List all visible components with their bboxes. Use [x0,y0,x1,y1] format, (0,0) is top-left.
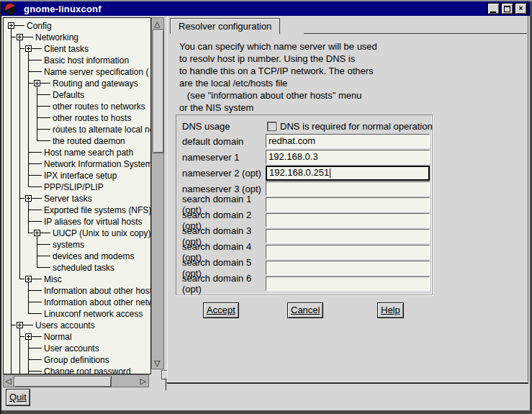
form-label: nameserver 2 (opt) [182,168,266,179]
tree-item[interactable]: Group definitions [7,354,150,366]
tree-item-label: Routing and gateways [53,78,138,89]
tree-item[interactable]: Server tasks [7,193,150,204]
help-button[interactable]: Help [377,302,404,318]
tree-item[interactable]: Basic host information [7,55,150,66]
tree-item[interactable]: Normal [7,331,150,343]
scroll-right-icon[interactable]: ▷ [140,376,146,386]
tree-item-label: Misc [44,274,62,285]
tree-item-label: Group definitions [44,354,109,366]
tree-item[interactable]: Network Information System [7,158,150,170]
tree-item[interactable]: PPP/SLIP/PLIP [7,181,150,193]
tree-expander-icon[interactable] [25,45,32,52]
accept-button[interactable]: Accept [203,302,239,318]
entry-value: redhat.com [269,135,315,148]
tree-item-label: the routed daemon [53,135,125,147]
config-tree-panel: ConfigNetworkingClient tasksBasic host i… [3,17,151,374]
tree-item[interactable]: Change root password [7,366,150,374]
tree-item[interactable]: the routed daemon [7,135,150,147]
tree-item-label: Basic host information [44,55,129,66]
tree-expander-icon[interactable] [25,276,32,282]
tree-item[interactable]: Information about other host [7,285,150,297]
tree-item[interactable]: Host name search path [7,147,150,158]
tree-item[interactable]: scheduled tasks [7,262,150,274]
form-label: DNS usage [182,121,266,132]
description-line: You can specify which name server will b… [179,40,377,53]
tree-item-label: IPX interface setup [44,170,117,181]
entry-search-domain-3-opt[interactable] [266,229,430,243]
description-line: or the NIS system [179,102,377,114]
tree-item[interactable]: Name server specification ( [7,66,150,78]
tree-item-label: scheduled tasks [53,262,114,274]
tab-resolver-configuration[interactable]: Resolver configuration [170,18,280,34]
tree-item[interactable]: devices and modems [7,251,150,262]
tree-expander-icon[interactable] [8,22,14,29]
form-row: nameserver 1192.168.0.3 [182,149,432,165]
scroll-down-icon[interactable]: ▽ [154,358,160,368]
tree-item[interactable]: Defaults [7,89,150,101]
tree-expander-icon[interactable] [17,322,23,328]
close-button[interactable]: × [515,3,527,14]
scroll-left-icon[interactable]: ◁ [5,376,11,386]
tree-rows: ConfigNetworkingClient tasksBasic host i… [4,19,150,373]
minimize-button[interactable] [487,3,500,14]
tree-item[interactable]: Misc [7,274,150,285]
titlebar[interactable]: gnome-linuxconf × [1,1,530,16]
scroll-up-icon[interactable]: △ [154,19,160,29]
notebook-top-edge [304,33,527,34]
entry-nameserver-2-opt[interactable]: 192.168.0.251 [266,166,430,181]
cancel-button[interactable]: Cancel [287,302,323,318]
entry-search-domain-5-opt[interactable] [266,261,430,275]
tree-item[interactable]: User accounts [7,343,150,354]
close-icon: × [515,4,526,14]
tree-item[interactable]: other routes to networks [7,101,150,112]
tree-item[interactable]: Routing and gateways [7,78,150,89]
tree-expander-icon[interactable] [34,80,40,86]
tree-item[interactable]: IPX interface setup [7,170,150,181]
quit-button[interactable]: Quit [6,389,30,406]
tree-item[interactable]: UUCP (Unix to unix copy) [7,228,150,239]
form-label: nameserver 1 [182,152,266,163]
tree-item[interactable]: routes to alternate local ne [7,124,150,135]
form-label: search domain 6 (opt) [182,273,266,294]
tree-item-label: devices and modems [53,251,134,262]
maximize-button[interactable] [501,3,513,14]
tree-expander-icon[interactable] [17,34,23,40]
tree-expander-icon[interactable] [25,195,32,202]
tree-item-label: Defaults [53,89,84,101]
entry-search-domain-4-opt[interactable] [266,245,430,259]
entry-search-domain-2-opt[interactable] [266,213,430,228]
tree-expander-icon[interactable] [34,230,40,236]
tree-item[interactable]: Users accounts [7,320,150,331]
form-row: default domainredhat.com [182,133,432,149]
entry-nameserver-1[interactable]: 192.168.0.3 [266,150,430,164]
tree-item-label: PPP/SLIP/PLIP [44,181,104,193]
horizontal-scrollbar-thumb[interactable] [14,376,112,387]
horizontal-scrollbar[interactable]: ◁ ▷ [3,374,149,387]
tree-item[interactable]: Client tasks [7,43,150,55]
entry-nameserver-3-opt[interactable] [266,181,430,196]
tree-item[interactable]: Information about other netw [7,297,150,308]
tree-expander-icon[interactable] [25,333,32,340]
tree-item[interactable]: Networking [7,32,150,43]
description-line: to handle this on a TCP/IP network. The … [179,65,377,77]
tree-item[interactable]: systems [7,239,150,251]
tree-item-label: User accounts [44,343,99,354]
tree-item-label: other routes to hosts [53,112,131,124]
tree-item-label: Config [27,20,52,32]
vertical-scrollbar-thumb[interactable] [153,30,164,153]
tree-item[interactable]: other routes to hosts [7,112,150,124]
tree-item[interactable]: Config [7,20,150,32]
form-label: nameserver 3 (opt) [182,184,266,194]
tree-item[interactable]: Exported file systems (NFS) [7,204,150,216]
entry-value: 192.168.0.3 [269,150,318,163]
tree-item[interactable]: Linuxconf network access [7,308,150,320]
dns-required-checkbox[interactable] [267,122,276,131]
panel-bottom-edge [167,382,528,384]
entry-search-domain-6-opt[interactable] [266,276,430,291]
tree-item[interactable]: IP aliases for virtual hosts [7,216,150,228]
form-row: search domain 6 (opt) [182,276,432,292]
tree-item-label: Information about other host [44,285,151,297]
vertical-scrollbar[interactable]: △ ▽ [151,17,164,369]
entry-search-domain-1-opt[interactable] [266,197,430,212]
entry-default-domain[interactable]: redhat.com [266,134,430,148]
